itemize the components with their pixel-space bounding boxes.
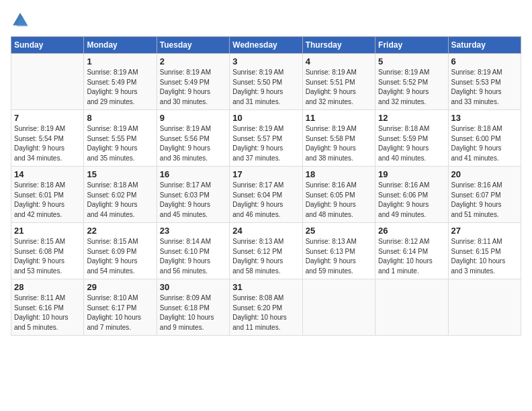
calendar-cell: 15Sunrise: 8:18 AMSunset: 6:02 PMDayligh… bbox=[84, 167, 157, 223]
calendar-cell: 11Sunrise: 8:19 AMSunset: 5:58 PMDayligh… bbox=[302, 110, 375, 167]
calendar-cell bbox=[302, 279, 375, 336]
col-header-sunday: Sunday bbox=[11, 37, 84, 54]
day-info: Sunrise: 8:18 AMSunset: 6:02 PMDaylight:… bbox=[87, 181, 153, 220]
calendar-cell: 22Sunrise: 8:15 AMSunset: 6:09 PMDayligh… bbox=[84, 223, 157, 279]
day-info: Sunrise: 8:19 AMSunset: 5:49 PMDaylight:… bbox=[160, 68, 226, 107]
calendar-cell: 18Sunrise: 8:16 AMSunset: 6:05 PMDayligh… bbox=[302, 167, 375, 223]
day-info: Sunrise: 8:19 AMSunset: 5:49 PMDaylight:… bbox=[87, 68, 153, 107]
calendar-cell: 10Sunrise: 8:19 AMSunset: 5:57 PMDayligh… bbox=[230, 110, 302, 167]
day-number: 16 bbox=[160, 169, 226, 179]
day-number: 29 bbox=[87, 282, 153, 292]
day-number: 21 bbox=[14, 226, 81, 236]
calendar-cell: 16Sunrise: 8:17 AMSunset: 6:03 PMDayligh… bbox=[157, 167, 229, 223]
day-number: 15 bbox=[87, 169, 153, 179]
calendar-cell: 26Sunrise: 8:12 AMSunset: 6:14 PMDayligh… bbox=[375, 223, 448, 279]
calendar-cell: 13Sunrise: 8:18 AMSunset: 6:00 PMDayligh… bbox=[448, 110, 521, 167]
calendar-cell: 21Sunrise: 8:15 AMSunset: 6:08 PMDayligh… bbox=[11, 223, 84, 279]
col-header-friday: Friday bbox=[375, 37, 448, 54]
calendar-cell: 14Sunrise: 8:18 AMSunset: 6:01 PMDayligh… bbox=[11, 167, 84, 223]
calendar-week-row: 1Sunrise: 8:19 AMSunset: 5:49 PMDaylight… bbox=[11, 54, 521, 110]
day-info: Sunrise: 8:09 AMSunset: 6:18 PMDaylight:… bbox=[160, 293, 226, 332]
day-number: 9 bbox=[160, 113, 226, 123]
day-info: Sunrise: 8:16 AMSunset: 6:06 PMDaylight:… bbox=[378, 181, 445, 220]
day-number: 1 bbox=[87, 56, 153, 66]
day-info: Sunrise: 8:19 AMSunset: 5:58 PMDaylight:… bbox=[306, 124, 372, 163]
calendar-week-row: 7Sunrise: 8:19 AMSunset: 5:54 PMDaylight… bbox=[11, 110, 521, 167]
day-info: Sunrise: 8:19 AMSunset: 5:53 PMDaylight:… bbox=[451, 68, 518, 107]
day-number: 5 bbox=[378, 56, 445, 66]
calendar-cell: 9Sunrise: 8:19 AMSunset: 5:56 PMDaylight… bbox=[157, 110, 229, 167]
day-info: Sunrise: 8:19 AMSunset: 5:56 PMDaylight:… bbox=[160, 124, 226, 163]
day-number: 27 bbox=[451, 226, 518, 236]
day-number: 3 bbox=[232, 56, 299, 66]
day-info: Sunrise: 8:16 AMSunset: 6:07 PMDaylight:… bbox=[451, 181, 518, 220]
day-info: Sunrise: 8:11 AMSunset: 6:16 PMDaylight:… bbox=[14, 293, 81, 332]
day-number: 25 bbox=[306, 226, 372, 236]
day-info: Sunrise: 8:13 AMSunset: 6:12 PMDaylight:… bbox=[232, 237, 299, 276]
day-number: 20 bbox=[451, 169, 518, 179]
day-number: 7 bbox=[14, 113, 81, 123]
day-number: 26 bbox=[378, 226, 445, 236]
day-number: 13 bbox=[451, 113, 518, 123]
calendar-cell: 17Sunrise: 8:17 AMSunset: 6:04 PMDayligh… bbox=[230, 167, 302, 223]
calendar-week-row: 14Sunrise: 8:18 AMSunset: 6:01 PMDayligh… bbox=[11, 167, 521, 223]
calendar-cell: 12Sunrise: 8:18 AMSunset: 5:59 PMDayligh… bbox=[375, 110, 448, 167]
col-header-saturday: Saturday bbox=[448, 37, 521, 54]
day-number: 2 bbox=[160, 56, 226, 66]
day-number: 18 bbox=[306, 169, 372, 179]
logo bbox=[11, 11, 32, 30]
calendar-cell: 28Sunrise: 8:11 AMSunset: 6:16 PMDayligh… bbox=[11, 279, 84, 336]
day-number: 30 bbox=[160, 282, 226, 292]
calendar-week-row: 21Sunrise: 8:15 AMSunset: 6:08 PMDayligh… bbox=[11, 223, 521, 279]
day-info: Sunrise: 8:19 AMSunset: 5:52 PMDaylight:… bbox=[378, 68, 445, 107]
day-number: 6 bbox=[451, 56, 518, 66]
day-info: Sunrise: 8:18 AMSunset: 6:00 PMDaylight:… bbox=[451, 124, 518, 163]
calendar-cell: 29Sunrise: 8:10 AMSunset: 6:17 PMDayligh… bbox=[84, 279, 157, 336]
calendar-cell: 31Sunrise: 8:08 AMSunset: 6:20 PMDayligh… bbox=[230, 279, 302, 336]
day-number: 22 bbox=[87, 226, 153, 236]
logo-icon bbox=[11, 11, 30, 30]
calendar-cell: 6Sunrise: 8:19 AMSunset: 5:53 PMDaylight… bbox=[448, 54, 521, 110]
day-info: Sunrise: 8:11 AMSunset: 6:15 PMDaylight:… bbox=[451, 237, 518, 276]
day-number: 23 bbox=[160, 226, 226, 236]
header bbox=[11, 11, 521, 30]
day-info: Sunrise: 8:08 AMSunset: 6:20 PMDaylight:… bbox=[232, 293, 299, 332]
day-info: Sunrise: 8:19 AMSunset: 5:50 PMDaylight:… bbox=[232, 68, 299, 107]
day-info: Sunrise: 8:17 AMSunset: 6:04 PMDaylight:… bbox=[232, 181, 299, 220]
day-number: 31 bbox=[232, 282, 299, 292]
day-info: Sunrise: 8:13 AMSunset: 6:13 PMDaylight:… bbox=[306, 237, 372, 276]
day-info: Sunrise: 8:15 AMSunset: 6:09 PMDaylight:… bbox=[87, 237, 153, 276]
calendar-cell: 20Sunrise: 8:16 AMSunset: 6:07 PMDayligh… bbox=[448, 167, 521, 223]
calendar-cell: 27Sunrise: 8:11 AMSunset: 6:15 PMDayligh… bbox=[448, 223, 521, 279]
col-header-thursday: Thursday bbox=[302, 37, 375, 54]
day-number: 19 bbox=[378, 169, 445, 179]
calendar-cell: 7Sunrise: 8:19 AMSunset: 5:54 PMDaylight… bbox=[11, 110, 84, 167]
col-header-tuesday: Tuesday bbox=[157, 37, 229, 54]
day-info: Sunrise: 8:18 AMSunset: 6:01 PMDaylight:… bbox=[14, 181, 81, 220]
day-info: Sunrise: 8:16 AMSunset: 6:05 PMDaylight:… bbox=[306, 181, 372, 220]
col-header-monday: Monday bbox=[84, 37, 157, 54]
day-info: Sunrise: 8:18 AMSunset: 5:59 PMDaylight:… bbox=[378, 124, 445, 163]
calendar-cell bbox=[11, 54, 84, 110]
day-number: 8 bbox=[87, 113, 153, 123]
calendar-cell bbox=[375, 279, 448, 336]
day-info: Sunrise: 8:17 AMSunset: 6:03 PMDaylight:… bbox=[160, 181, 226, 220]
day-number: 24 bbox=[232, 226, 299, 236]
calendar-cell: 5Sunrise: 8:19 AMSunset: 5:52 PMDaylight… bbox=[375, 54, 448, 110]
day-number: 17 bbox=[232, 169, 299, 179]
calendar-table: SundayMondayTuesdayWednesdayThursdayFrid… bbox=[11, 36, 521, 336]
day-number: 14 bbox=[14, 169, 81, 179]
calendar-cell: 24Sunrise: 8:13 AMSunset: 6:12 PMDayligh… bbox=[230, 223, 302, 279]
calendar-header-row: SundayMondayTuesdayWednesdayThursdayFrid… bbox=[11, 37, 521, 54]
calendar-cell: 25Sunrise: 8:13 AMSunset: 6:13 PMDayligh… bbox=[302, 223, 375, 279]
day-info: Sunrise: 8:14 AMSunset: 6:10 PMDaylight:… bbox=[160, 237, 226, 276]
calendar-cell: 1Sunrise: 8:19 AMSunset: 5:49 PMDaylight… bbox=[84, 54, 157, 110]
day-info: Sunrise: 8:10 AMSunset: 6:17 PMDaylight:… bbox=[87, 293, 153, 332]
calendar-cell: 4Sunrise: 8:19 AMSunset: 5:51 PMDaylight… bbox=[302, 54, 375, 110]
calendar-cell: 23Sunrise: 8:14 AMSunset: 6:10 PMDayligh… bbox=[157, 223, 229, 279]
day-info: Sunrise: 8:19 AMSunset: 5:54 PMDaylight:… bbox=[14, 124, 81, 163]
day-number: 11 bbox=[306, 113, 372, 123]
day-number: 10 bbox=[232, 113, 299, 123]
day-info: Sunrise: 8:19 AMSunset: 5:57 PMDaylight:… bbox=[232, 124, 299, 163]
day-number: 28 bbox=[14, 282, 81, 292]
